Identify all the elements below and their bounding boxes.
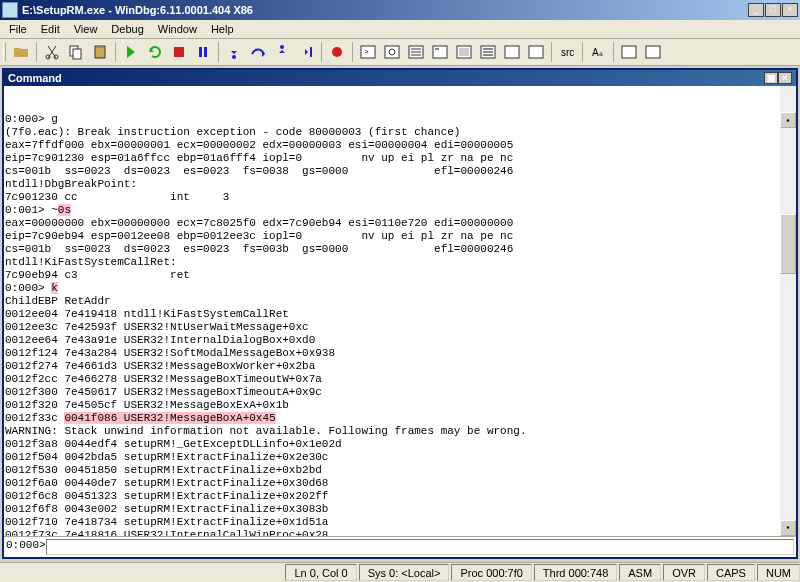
command-close-button[interactable]: × [778,72,792,84]
command-input[interactable] [46,539,794,555]
memory-window-icon[interactable] [453,41,475,63]
output-line: 0012f33c 0041f086 USER32!MessageBoxA+0x4… [5,412,795,425]
scroll-up-button[interactable]: ▴ [780,112,796,128]
separator [115,42,116,62]
menu-edit[interactable]: Edit [34,21,67,37]
output-line: 7c90eb94 c3 ret [5,269,795,282]
step-over-icon[interactable] [247,41,269,63]
separator [321,42,322,62]
output-line: 0012f530 00451850 setupRM!ExtractFinaliz… [5,464,795,477]
run-to-cursor-icon[interactable] [295,41,317,63]
maximize-button[interactable]: □ [765,3,781,17]
svg-rect-7 [199,47,202,57]
svg-rect-6 [174,47,184,57]
svg-rect-3 [73,49,81,59]
titlebar: E:\SetupRM.exe - WinDbg:6.11.0001.404 X8… [0,0,800,20]
separator [218,42,219,62]
menu-file[interactable]: File [2,21,34,37]
command-titlebar[interactable]: Command ▣ × [4,70,796,86]
svg-text:Aₐ: Aₐ [592,47,603,58]
status-proc: Proc 000:7f0 [451,564,531,581]
locals-window-icon[interactable] [405,41,427,63]
minimize-button[interactable]: _ [748,3,764,17]
menu-help[interactable]: Help [204,21,241,37]
toolbar-grip[interactable] [3,42,6,62]
window-options-icon[interactable] [642,41,664,63]
copy-icon[interactable] [65,41,87,63]
output-line: 0:000> g [5,113,795,126]
menubar: File Edit View Debug Window Help [0,20,800,39]
menu-debug[interactable]: Debug [104,21,150,37]
svg-rect-25 [483,54,493,56]
svg-point-9 [232,55,236,59]
svg-text:src: src [561,47,574,58]
output-line: ntdll!DbgBreakPoint: [5,178,795,191]
output-line: 0:001> ~0s [5,204,795,217]
paste-icon[interactable] [89,41,111,63]
separator [551,42,552,62]
font-icon[interactable]: Aₐ [587,41,609,63]
output-line: 0012ee3c 7e42593f USER32!NtUserWaitMessa… [5,321,795,334]
output-line: eip=7c90eb94 esp=0012ee08 ebp=0012ee3c i… [5,230,795,243]
output-line: ChildEBP RetAddr [5,295,795,308]
app-icon [2,2,18,18]
status-thrd: Thrd 000:748 [534,564,617,581]
svg-rect-24 [483,51,493,53]
source-mode-icon[interactable]: src [556,41,578,63]
breakpoint-icon[interactable] [326,41,348,63]
highlight: k [51,282,58,294]
separator [352,42,353,62]
step-into-icon[interactable] [223,41,245,63]
output-line: 0012f124 7e43a284 USER32!SoftModalMessag… [5,347,795,360]
svg-rect-30 [622,46,636,58]
vertical-scrollbar[interactable]: ▴ ▾ [780,86,796,536]
status-caps: CAPS [707,564,755,581]
output-line: 0012f504 0042bda5 setupRM!ExtractFinaliz… [5,451,795,464]
svg-point-10 [280,45,284,49]
status-asm: ASM [619,564,661,581]
output-line: eax=00000000 ebx=00000000 ecx=7c8025f0 e… [5,217,795,230]
command-window-icon[interactable]: > [357,41,379,63]
output-line: 0012f3a8 0044edf4 setupRM!_GetExceptDLLi… [5,438,795,451]
svg-rect-21 [459,48,469,56]
output-line: cs=001b ss=0023 ds=0023 es=0023 fs=003b … [5,243,795,256]
scratch-window-icon[interactable] [525,41,547,63]
separator [582,42,583,62]
stop-icon[interactable] [168,41,190,63]
command-output[interactable]: 0:000> g(7f0.eac): Break instruction exc… [4,86,796,536]
command-window: Command ▣ × 0:000> g(7f0.eac): Break ins… [2,68,798,559]
output-line: 0012f710 7e418734 setupRM!ExtractFinaliz… [5,516,795,529]
separator [613,42,614,62]
output-line: (7f0.eac): Break instruction exception -… [5,126,795,139]
restart-icon[interactable] [144,41,166,63]
open-icon[interactable] [10,41,32,63]
step-out-icon[interactable] [271,41,293,63]
registers-window-icon[interactable] [429,41,451,63]
highlight: 0s [58,204,71,216]
window-title: E:\SetupRM.exe - WinDbg:6.11.0001.404 X8… [22,4,748,16]
svg-rect-31 [646,46,660,58]
status-ovr: OVR [663,564,705,581]
go-icon[interactable] [120,41,142,63]
cut-icon[interactable] [41,41,63,63]
close-button[interactable]: × [782,3,798,17]
statusbar: Ln 0, Col 0 Sys 0: <Local> Proc 000:7f0 … [0,562,800,582]
output-line: 0012f300 7e450617 USER32!MessageBoxTimeo… [5,386,795,399]
menu-window[interactable]: Window [151,21,204,37]
command-prompt: 0:000> [6,539,46,555]
status-ln-col: Ln 0, Col 0 [285,564,356,581]
callstack-window-icon[interactable] [477,41,499,63]
output-line: eip=7c901230 esp=01a6ffcc ebp=01a6fff4 i… [5,152,795,165]
scroll-down-button[interactable]: ▾ [780,520,796,536]
svg-point-12 [332,47,342,57]
disasm-window-icon[interactable] [501,41,523,63]
svg-point-0 [46,55,50,59]
break-icon[interactable] [192,41,214,63]
svg-rect-19 [435,48,439,50]
svg-rect-26 [505,46,519,58]
menu-view[interactable]: View [67,21,105,37]
options-icon[interactable] [618,41,640,63]
watch-window-icon[interactable] [381,41,403,63]
command-dock-button[interactable]: ▣ [764,72,778,84]
scroll-thumb[interactable] [780,214,796,274]
